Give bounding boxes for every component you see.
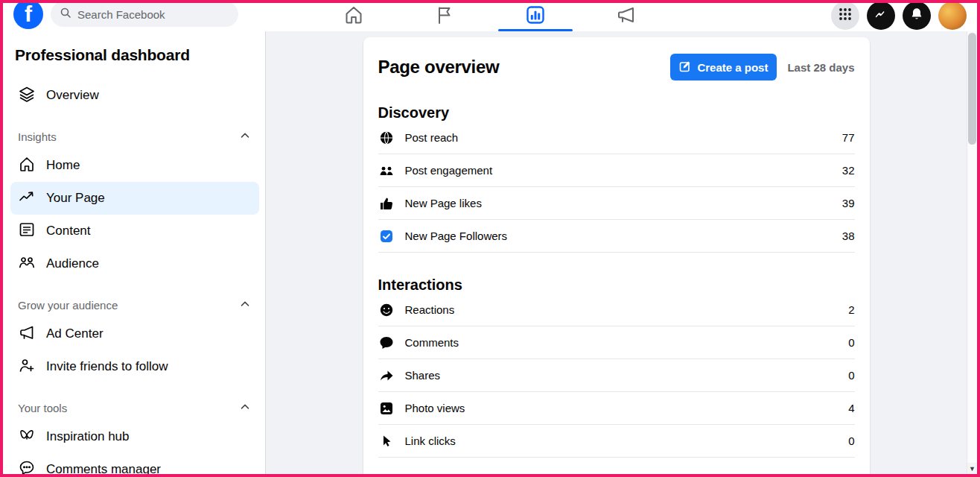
facebook-logo[interactable]: f xyxy=(13,3,43,29)
scrollbar-down-arrow[interactable]: ▼ xyxy=(967,463,977,474)
audience-icon xyxy=(18,253,36,275)
section-title-discovery: Discovery xyxy=(378,104,855,121)
metric-row-comments: Comments 0 xyxy=(378,326,855,359)
search-bar[interactable] xyxy=(51,3,238,27)
notifications-bell-icon xyxy=(909,7,924,25)
metric-row-shares: Shares 0 xyxy=(378,359,855,392)
cursor-icon xyxy=(378,434,395,449)
sidebar-item-label: Invite friends to follow xyxy=(46,359,168,374)
sidebar-item-invite-friends[interactable]: Invite friends to follow xyxy=(10,350,259,383)
chevron-up-icon xyxy=(238,297,252,313)
tab-pages[interactable] xyxy=(403,3,486,31)
sidebar-section-grow-your-audience[interactable]: Grow your audience xyxy=(10,292,259,318)
metric-label: Photo views xyxy=(405,402,465,414)
metric-value: 0 xyxy=(848,369,854,382)
metric-value: 39 xyxy=(842,197,855,209)
create-post-button[interactable]: Create a post xyxy=(670,54,777,80)
topbar-actions xyxy=(831,3,967,30)
create-post-label: Create a post xyxy=(697,61,768,74)
apps-grid-icon xyxy=(838,7,853,25)
metric-row-new-page-likes: New Page likes 39 xyxy=(378,187,855,220)
sidebar-item-your-page[interactable]: Your Page xyxy=(10,182,259,215)
sidebar-section-your-tools[interactable]: Your tools xyxy=(10,395,259,420)
people-icon xyxy=(378,163,395,178)
metric-row-new-page-followers: New Page Followers 38 xyxy=(378,220,855,253)
top-navigation-bar: f xyxy=(3,3,977,31)
metric-value: 38 xyxy=(842,230,855,242)
home-icon xyxy=(18,155,36,177)
comment-icon xyxy=(378,335,395,350)
sidebar-section-insights[interactable]: Insights xyxy=(10,124,259,149)
sidebar-item-comments-manager[interactable]: Comments manager xyxy=(10,453,259,474)
metric-row-post-engagement: Post engagement 32 xyxy=(378,154,855,187)
messenger-button[interactable] xyxy=(867,3,895,30)
page-overview-card: Page overview Create a post Last 28 days… xyxy=(363,37,870,474)
metric-value: 4 xyxy=(848,402,854,414)
professional-dashboard-sidebar: Professional dashboard Overview Insights… xyxy=(3,31,266,474)
sidebar-section-label: Insights xyxy=(18,130,57,143)
metric-label: Post engagement xyxy=(405,164,493,177)
comment-dots-icon xyxy=(18,459,36,475)
metric-value: 0 xyxy=(848,435,854,447)
sidebar-item-inspiration-hub[interactable]: Inspiration hub xyxy=(10,420,259,453)
metric-row-reactions: Reactions 2 xyxy=(378,294,855,326)
search-icon xyxy=(60,7,71,22)
sidebar-item-label: Overview xyxy=(46,88,99,103)
flag-icon xyxy=(434,4,455,28)
metric-label: Reactions xyxy=(405,303,455,316)
person-add-icon xyxy=(18,356,36,378)
sidebar-section-label: Your tools xyxy=(18,402,67,414)
sidebar-item-label: Home xyxy=(46,158,80,173)
sidebar-item-label: Comments manager xyxy=(46,462,161,474)
smiley-icon xyxy=(378,303,395,318)
sidebar-item-label: Content xyxy=(46,224,91,238)
globe-icon xyxy=(378,130,395,145)
tab-ads[interactable] xyxy=(585,3,668,31)
scrollbar-thumb[interactable] xyxy=(968,33,976,145)
bar-chart-icon xyxy=(525,4,546,28)
thumb-up-icon xyxy=(378,196,395,211)
chevron-up-icon xyxy=(238,400,252,416)
tab-home[interactable] xyxy=(312,3,395,31)
content-icon xyxy=(18,221,36,242)
apps-menu-button[interactable] xyxy=(831,3,859,30)
chevron-up-icon xyxy=(238,129,252,145)
sidebar-item-home[interactable]: Home xyxy=(10,149,259,182)
metric-label: Post reach xyxy=(405,131,459,144)
metric-value: 2 xyxy=(848,303,854,316)
megaphone-icon xyxy=(18,323,36,345)
metric-label: New Page Followers xyxy=(405,230,508,242)
metric-row-post-reach: Post reach 77 xyxy=(378,121,855,154)
sidebar-item-label: Inspiration hub xyxy=(46,429,130,444)
main-content: Page overview Create a post Last 28 days… xyxy=(266,31,967,474)
tab-insights[interactable] xyxy=(494,3,577,31)
search-input[interactable] xyxy=(77,8,229,21)
layers-icon xyxy=(18,85,36,107)
sidebar-item-content[interactable]: Content xyxy=(10,215,259,247)
sidebar-item-label: Audience xyxy=(46,256,99,271)
sidebar-item-label: Your Page xyxy=(46,191,105,206)
check-badge-icon xyxy=(378,229,395,244)
metric-label: Comments xyxy=(405,336,459,349)
sidebar-item-audience[interactable]: Audience xyxy=(10,247,259,280)
page-scrollbar[interactable]: ▼ xyxy=(967,31,977,474)
messenger-icon xyxy=(874,7,888,25)
metric-label: New Page likes xyxy=(405,197,482,209)
section-title-interactions: Interactions xyxy=(378,277,855,294)
period-label: Last 28 days xyxy=(787,61,854,74)
sidebar-title: Professional dashboard xyxy=(10,40,259,79)
metric-label: Link clicks xyxy=(405,435,456,447)
main-nav-tabs xyxy=(312,3,668,31)
metric-value: 0 xyxy=(848,336,854,349)
notifications-button[interactable] xyxy=(903,3,931,30)
butterfly-icon xyxy=(18,426,36,448)
share-arrow-icon xyxy=(378,368,395,383)
profile-avatar[interactable] xyxy=(938,3,967,30)
compose-icon xyxy=(679,60,691,75)
photo-icon xyxy=(378,401,395,416)
sidebar-item-ad-center[interactable]: Ad Center xyxy=(10,318,259,350)
megaphone-icon xyxy=(616,4,637,28)
sidebar-section-label: Grow your audience xyxy=(18,299,118,312)
sidebar-item-overview[interactable]: Overview xyxy=(10,79,259,112)
card-header: Page overview Create a post Last 28 days xyxy=(378,54,855,80)
